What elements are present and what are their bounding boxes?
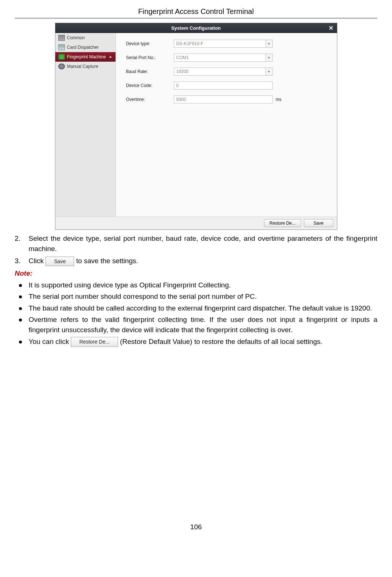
document-body: 2. Select the device type, serial port n… (15, 233, 377, 347)
fingerprint-icon (58, 54, 65, 60)
sidebar-item-manual-capture[interactable]: Manual Capture (55, 62, 116, 71)
row-baud-rate: Baud Rate: ▾ (126, 68, 330, 76)
bullet-text: The serial port number should correspond… (29, 291, 377, 302)
bullet5-after: (Restore Default Value) to restore the d… (120, 338, 322, 345)
bullet-text: Overtime refers to the valid fingerprint… (29, 315, 377, 335)
window-footer: Restore De... Save (55, 217, 337, 229)
note-label: Note: (15, 268, 377, 279)
sidebar-item-fingerprint-machine[interactable]: Fingerprint Machine (55, 52, 116, 62)
step-3: 3. Click Save to save the settings. (15, 256, 377, 266)
row-overtime: Overtime: ms (126, 95, 330, 104)
step-2: 2. Select the device type, serial port n… (15, 233, 377, 254)
bullet-text: You can click Restore De... (Restore Def… (29, 337, 377, 347)
bullet-dot: ● (15, 315, 29, 335)
label-baud-rate: Baud Rate: (126, 69, 174, 74)
step3-before: Click (29, 257, 45, 265)
device-code-input[interactable] (174, 81, 273, 90)
step-number: 2. (15, 233, 29, 254)
label-serial-port: Serial Port No.: (126, 55, 174, 60)
bullet-text: It is supported using device type as Opt… (29, 280, 377, 290)
bullet-item: ● Overtime refers to the valid fingerpri… (15, 315, 377, 335)
page-number: 106 (15, 523, 377, 531)
bullet-dot: ● (15, 280, 29, 290)
bullet-item: ● The baud rate should be called accordi… (15, 303, 377, 313)
sidebar: Common Card Dispatcher Fingerprint Machi… (55, 33, 116, 217)
device-type-select[interactable] (174, 40, 266, 48)
window-title: System Configuration (171, 25, 221, 31)
chevron-down-icon[interactable]: ▾ (266, 40, 273, 48)
row-device-type: Device type: ▾ (126, 40, 330, 48)
bullet5-before: You can click (29, 338, 71, 345)
system-config-window: System Configuration ✕ Common Card Dispa… (55, 23, 337, 230)
sidebar-item-card-dispatcher[interactable]: Card Dispatcher (55, 43, 116, 52)
baud-rate-select[interactable] (174, 68, 266, 76)
sidebar-item-common[interactable]: Common (55, 33, 116, 43)
label-overtime: Overtime: (126, 97, 174, 102)
label-device-type: Device type: (126, 41, 174, 46)
sidebar-item-label: Card Dispatcher (67, 45, 99, 50)
sidebar-item-label: Common (67, 35, 85, 40)
serial-port-select[interactable] (174, 54, 266, 62)
monitor-icon (58, 35, 65, 41)
note-bullets: ● It is supported using device type as O… (15, 280, 377, 347)
close-icon[interactable]: ✕ (329, 25, 333, 32)
page-header-title: Fingerprint Access Control Terminal (15, 7, 377, 18)
overtime-unit: ms (276, 97, 282, 102)
inline-save-button: Save (45, 257, 74, 266)
sidebar-item-label: Manual Capture (67, 64, 98, 69)
step3-after: to save the settings. (76, 257, 138, 265)
bullet-item: ● You can click Restore De... (Restore D… (15, 337, 377, 347)
label-device-code: Device Code: (126, 83, 174, 88)
row-serial-port: Serial Port No.: ▾ (126, 54, 330, 62)
step-text: Click Save to save the settings. (29, 256, 377, 266)
step-number: 3. (15, 256, 29, 266)
bullet-dot: ● (15, 303, 29, 313)
overtime-input[interactable] (174, 95, 273, 104)
bullet-dot: ● (15, 291, 29, 302)
window-body: Common Card Dispatcher Fingerprint Machi… (55, 33, 337, 217)
form-area: Device type: ▾ Serial Port No.: ▾ Baud R… (116, 33, 337, 217)
row-device-code: Device Code: (126, 81, 330, 90)
camera-icon (58, 63, 65, 69)
step-text: Select the device type, serial port numb… (29, 233, 377, 254)
bullet-item: ● It is supported using device type as O… (15, 280, 377, 290)
bullet-text: The baud rate should be called according… (29, 303, 377, 313)
card-icon (58, 44, 65, 50)
save-button[interactable]: Save (304, 219, 333, 227)
inline-restore-button: Restore De... (71, 337, 118, 346)
bullet-dot: ● (15, 337, 29, 347)
chevron-down-icon[interactable]: ▾ (266, 54, 273, 62)
chevron-down-icon[interactable]: ▾ (266, 68, 273, 76)
window-titlebar: System Configuration ✕ (55, 23, 337, 33)
sidebar-item-label: Fingerprint Machine (67, 54, 106, 59)
bullet-item: ● The serial port number should correspo… (15, 291, 377, 302)
restore-default-button[interactable]: Restore De... (264, 219, 301, 227)
